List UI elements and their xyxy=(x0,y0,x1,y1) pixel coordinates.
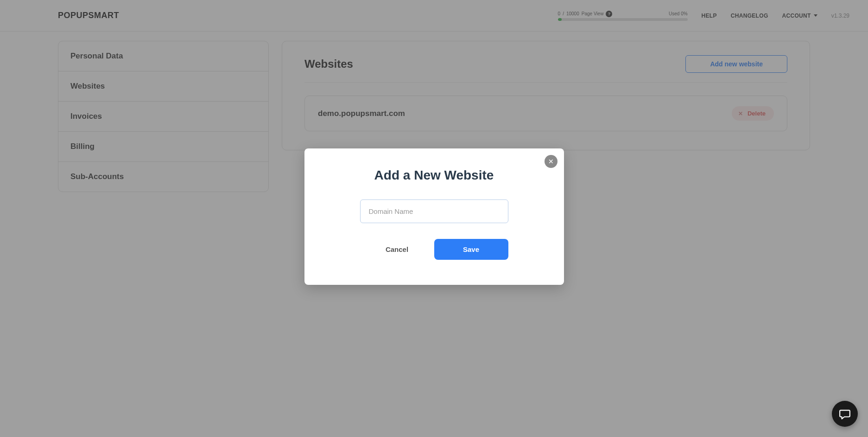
close-icon: ✕ xyxy=(548,158,554,165)
save-button[interactable]: Save xyxy=(434,239,508,260)
modal-title: Add a New Website xyxy=(323,168,545,183)
chat-icon xyxy=(839,408,851,420)
modal-close-button[interactable]: ✕ xyxy=(545,155,558,168)
domain-name-input[interactable] xyxy=(360,199,508,223)
modal-overlay[interactable]: ✕ Add a New Website Cancel Save xyxy=(0,0,868,437)
cancel-button[interactable]: Cancel xyxy=(360,239,434,260)
add-website-modal: ✕ Add a New Website Cancel Save xyxy=(304,148,564,285)
modal-actions: Cancel Save xyxy=(360,239,508,260)
chat-widget-button[interactable] xyxy=(832,401,858,427)
